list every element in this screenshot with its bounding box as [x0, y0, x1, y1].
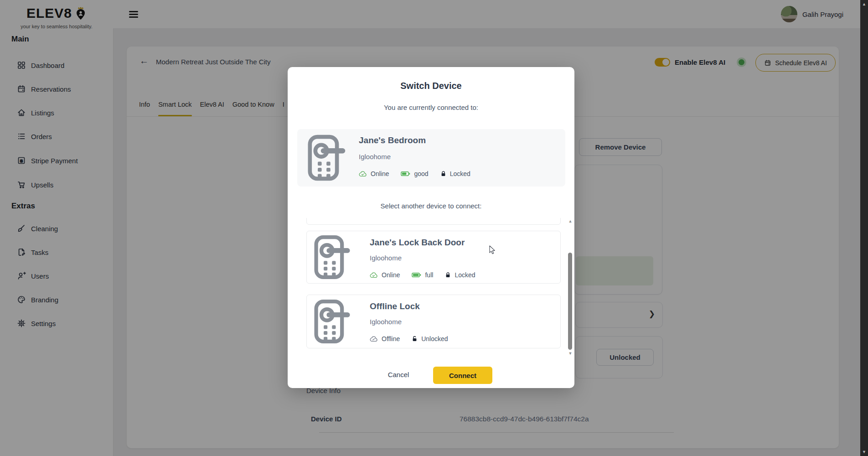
- lock-state-label: Locked: [450, 170, 470, 177]
- device-name: Jane's Lock Back Door: [370, 238, 465, 248]
- device-brand: Igloohome: [370, 318, 402, 326]
- cloud-online-icon: [359, 171, 367, 177]
- smart-lock-icon: [308, 134, 348, 181]
- modal-title: Switch Device: [288, 81, 574, 91]
- lock-open-icon: [412, 336, 418, 342]
- device-card-offline-lock[interactable]: Offline Lock Igloohome Offline Unlocked: [306, 295, 561, 348]
- device-list: Jane's Lock Back Door Igloohome Online f…: [301, 218, 564, 352]
- connectivity-label: Online: [371, 170, 389, 177]
- smart-lock-icon: [314, 299, 352, 344]
- cloud-online-icon: [370, 272, 378, 279]
- connectivity-label: Offline: [382, 335, 400, 342]
- page-scroll-down-icon[interactable]: ▼: [860, 450, 868, 454]
- list-scroll-up-icon[interactable]: ▲: [567, 219, 574, 223]
- battery-label: good: [414, 170, 428, 177]
- battery-good-icon: [401, 171, 410, 176]
- device-status-row: Online good Locked: [359, 170, 470, 177]
- lock-state-label: Locked: [455, 271, 475, 279]
- cloud-offline-icon: [370, 336, 378, 342]
- current-device-card: Jane's Bedroom Igloohome Online good Loc…: [297, 129, 565, 187]
- lock-state-label: Unlocked: [421, 335, 448, 342]
- device-card-partial[interactable]: [306, 218, 561, 225]
- cancel-button[interactable]: Cancel: [376, 366, 421, 383]
- battery-label: full: [425, 271, 433, 279]
- smart-lock-icon: [314, 234, 352, 280]
- device-brand: Igloohome: [370, 254, 402, 262]
- device-brand: Igloohome: [359, 153, 391, 161]
- device-name: Offline Lock: [370, 301, 420, 311]
- list-scrollbar-thumb[interactable]: [568, 253, 572, 350]
- connectivity-label: Online: [382, 271, 400, 279]
- battery-full-icon: [412, 272, 421, 278]
- connected-caption: You are currently connected to:: [288, 104, 574, 111]
- connect-button[interactable]: Connect: [433, 367, 492, 384]
- list-scroll-down-icon[interactable]: ▼: [567, 351, 574, 356]
- device-card-janes-lock-back-door[interactable]: Jane's Lock Back Door Igloohome Online f…: [306, 231, 561, 284]
- lock-closed-icon: [445, 272, 451, 278]
- switch-device-modal: Switch Device You are currently connecte…: [288, 67, 574, 388]
- select-caption: Select another device to connect:: [288, 202, 574, 210]
- page-scrollbar[interactable]: ▲ ▼: [860, 0, 868, 456]
- device-status-row: Online full Locked: [370, 271, 475, 279]
- device-name: Jane's Bedroom: [359, 135, 426, 145]
- lock-closed-icon: [440, 171, 446, 177]
- device-status-row: Offline Unlocked: [370, 335, 448, 342]
- page-scroll-up-icon[interactable]: ▲: [860, 2, 868, 6]
